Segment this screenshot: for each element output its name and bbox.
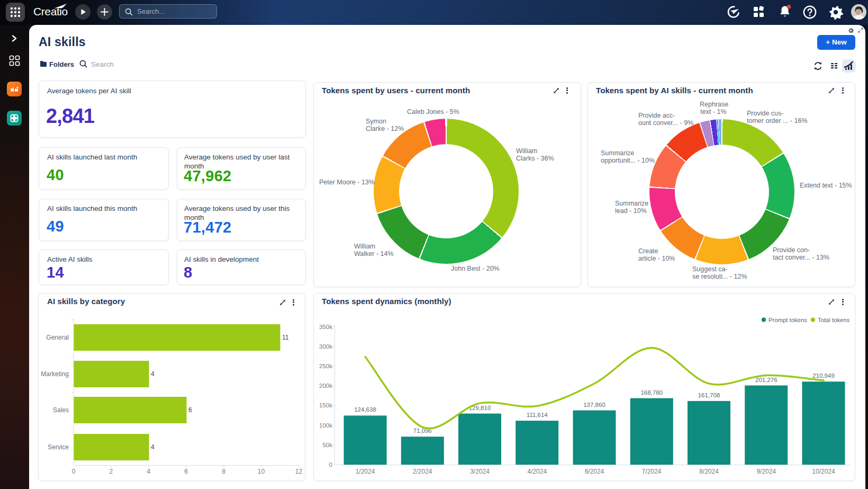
svg-text:100k: 100k bbox=[319, 422, 332, 429]
svg-text:6/2024: 6/2024 bbox=[585, 468, 604, 475]
svg-text:4: 4 bbox=[151, 370, 155, 378]
svg-text:General: General bbox=[46, 334, 69, 341]
svg-text:7/2024: 7/2024 bbox=[642, 468, 662, 475]
svg-text:10: 10 bbox=[258, 468, 265, 475]
svg-text:3/2024: 3/2024 bbox=[470, 468, 490, 475]
svg-text:201,276: 201,276 bbox=[755, 377, 777, 383]
svg-text:Total tokens: Total tokens bbox=[818, 317, 850, 323]
svg-text:350k: 350k bbox=[319, 324, 332, 330]
svg-text:9/2024: 9/2024 bbox=[756, 468, 776, 475]
svg-text:210,949: 210,949 bbox=[812, 372, 835, 379]
svg-text:250k: 250k bbox=[319, 363, 332, 369]
svg-text:1/2024: 1/2024 bbox=[356, 468, 375, 475]
svg-text:6: 6 bbox=[184, 468, 188, 475]
svg-text:150k: 150k bbox=[319, 402, 332, 408]
svg-text:2: 2 bbox=[110, 468, 113, 475]
svg-text:4: 4 bbox=[151, 443, 155, 451]
svg-text:8/2024: 8/2024 bbox=[699, 468, 719, 475]
svg-text:168,780: 168,780 bbox=[640, 389, 663, 396]
svg-text:6: 6 bbox=[188, 406, 192, 414]
svg-text:Prompt tokens: Prompt tokens bbox=[768, 317, 807, 323]
svg-text:161,708: 161,708 bbox=[698, 392, 720, 398]
svg-text:10/2024: 10/2024 bbox=[812, 468, 835, 475]
svg-text:300k: 300k bbox=[319, 343, 332, 350]
svg-text:12: 12 bbox=[295, 468, 303, 475]
svg-text:200k: 200k bbox=[319, 383, 332, 389]
svg-text:137,860: 137,860 bbox=[583, 402, 605, 408]
svg-text:11: 11 bbox=[282, 334, 289, 341]
svg-text:0: 0 bbox=[72, 468, 76, 475]
svg-text:111,614: 111,614 bbox=[527, 412, 548, 418]
svg-text:4: 4 bbox=[147, 468, 150, 475]
svg-text:0: 0 bbox=[329, 461, 332, 468]
svg-text:4/2024: 4/2024 bbox=[527, 468, 547, 475]
svg-text:124,638: 124,638 bbox=[354, 406, 376, 413]
svg-text:50k: 50k bbox=[322, 442, 332, 448]
svg-text:Service: Service bbox=[48, 443, 69, 451]
svg-text:8: 8 bbox=[222, 468, 225, 475]
svg-text:Marketing: Marketing bbox=[41, 370, 69, 378]
svg-text:2/2024: 2/2024 bbox=[413, 468, 432, 475]
svg-text:Sales: Sales bbox=[53, 406, 69, 414]
